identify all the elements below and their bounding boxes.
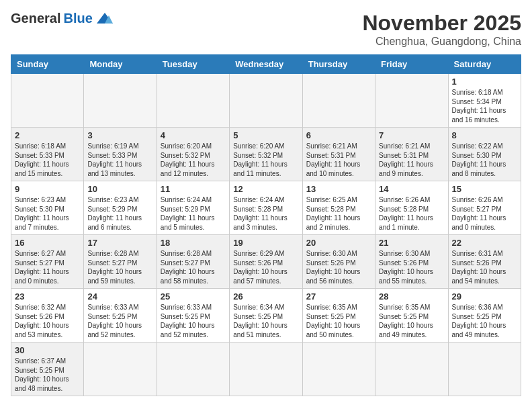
calendar-cell: 23Sunrise: 6:32 AM Sunset: 5:26 PM Dayli… [11, 289, 84, 342]
weekday-header-saturday: Saturday [448, 55, 521, 74]
day-info: Sunrise: 6:33 AM Sunset: 5:25 PM Dayligh… [161, 303, 226, 339]
title-section: November 2025 Chenghua, Guangdong, China [362, 11, 521, 48]
calendar-cell [84, 342, 157, 396]
logo-icon [95, 11, 114, 26]
day-info: Sunrise: 6:22 AM Sunset: 5:30 PM Dayligh… [452, 142, 517, 178]
day-info: Sunrise: 6:20 AM Sunset: 5:32 PM Dayligh… [161, 142, 226, 178]
day-number: 22 [452, 238, 517, 248]
calendar-cell: 18Sunrise: 6:28 AM Sunset: 5:27 PM Dayli… [157, 235, 229, 289]
day-number: 6 [306, 130, 371, 140]
calendar-week-row: 9Sunrise: 6:23 AM Sunset: 5:30 PM Daylig… [11, 181, 521, 235]
day-info: Sunrise: 6:24 AM Sunset: 5:28 PM Dayligh… [233, 195, 298, 232]
day-info: Sunrise: 6:35 AM Sunset: 5:25 PM Dayligh… [306, 303, 371, 339]
calendar-header-row: SundayMondayTuesdayWednesdayThursdayFrid… [11, 55, 521, 74]
weekday-header-tuesday: Tuesday [157, 55, 229, 74]
logo-text-general: General [11, 11, 60, 26]
calendar-cell: 3Sunrise: 6:19 AM Sunset: 5:33 PM Daylig… [84, 128, 157, 181]
day-info: Sunrise: 6:27 AM Sunset: 5:27 PM Dayligh… [15, 249, 80, 285]
day-number: 20 [306, 238, 371, 248]
calendar-table: SundayMondayTuesdayWednesdayThursdayFrid… [11, 54, 521, 396]
calendar-cell [302, 74, 375, 128]
day-number: 30 [15, 345, 80, 355]
day-number: 23 [15, 291, 80, 302]
calendar-cell: 19Sunrise: 6:29 AM Sunset: 5:26 PM Dayli… [230, 235, 302, 289]
calendar-week-row: 16Sunrise: 6:27 AM Sunset: 5:27 PM Dayli… [11, 235, 521, 289]
day-number: 25 [161, 291, 226, 302]
calendar-week-row: 2Sunrise: 6:18 AM Sunset: 5:33 PM Daylig… [11, 128, 521, 181]
calendar-cell: 11Sunrise: 6:24 AM Sunset: 5:29 PM Dayli… [157, 181, 229, 235]
calendar-cell: 25Sunrise: 6:33 AM Sunset: 5:25 PM Dayli… [157, 289, 229, 342]
calendar-cell: 21Sunrise: 6:30 AM Sunset: 5:26 PM Dayli… [375, 235, 448, 289]
day-number: 4 [161, 130, 226, 140]
calendar-week-row: 1Sunrise: 6:18 AM Sunset: 5:34 PM Daylig… [11, 74, 521, 128]
day-number: 29 [452, 291, 517, 302]
calendar-cell: 1Sunrise: 6:18 AM Sunset: 5:34 PM Daylig… [448, 74, 521, 128]
day-number: 28 [379, 291, 444, 302]
day-number: 21 [379, 238, 444, 248]
day-number: 16 [15, 238, 80, 248]
day-number: 27 [306, 291, 371, 302]
day-number: 24 [87, 291, 152, 302]
day-info: Sunrise: 6:23 AM Sunset: 5:30 PM Dayligh… [15, 195, 80, 232]
calendar-cell: 29Sunrise: 6:36 AM Sunset: 5:25 PM Dayli… [448, 289, 521, 342]
day-info: Sunrise: 6:28 AM Sunset: 5:27 PM Dayligh… [161, 249, 226, 285]
calendar-cell: 10Sunrise: 6:23 AM Sunset: 5:29 PM Dayli… [84, 181, 157, 235]
day-number: 1 [452, 77, 517, 87]
day-info: Sunrise: 6:21 AM Sunset: 5:31 PM Dayligh… [379, 142, 444, 178]
calendar-cell: 13Sunrise: 6:25 AM Sunset: 5:28 PM Dayli… [302, 181, 375, 235]
calendar-cell [230, 74, 302, 128]
day-info: Sunrise: 6:26 AM Sunset: 5:27 PM Dayligh… [452, 195, 517, 232]
calendar-cell: 15Sunrise: 6:26 AM Sunset: 5:27 PM Dayli… [448, 181, 521, 235]
calendar-cell: 22Sunrise: 6:31 AM Sunset: 5:26 PM Dayli… [448, 235, 521, 289]
weekday-header-wednesday: Wednesday [230, 55, 302, 74]
calendar-cell: 6Sunrise: 6:21 AM Sunset: 5:31 PM Daylig… [302, 128, 375, 181]
day-info: Sunrise: 6:35 AM Sunset: 5:25 PM Dayligh… [379, 303, 444, 339]
calendar-cell: 7Sunrise: 6:21 AM Sunset: 5:31 PM Daylig… [375, 128, 448, 181]
day-number: 14 [379, 184, 444, 194]
day-info: Sunrise: 6:36 AM Sunset: 5:25 PM Dayligh… [452, 303, 517, 339]
calendar-cell [11, 74, 84, 128]
day-info: Sunrise: 6:30 AM Sunset: 5:26 PM Dayligh… [306, 249, 371, 285]
day-info: Sunrise: 6:33 AM Sunset: 5:25 PM Dayligh… [87, 303, 152, 339]
day-number: 17 [87, 238, 152, 248]
calendar-week-row: 23Sunrise: 6:32 AM Sunset: 5:26 PM Dayli… [11, 289, 521, 342]
calendar-cell [84, 74, 157, 128]
day-number: 5 [233, 130, 298, 140]
day-info: Sunrise: 6:29 AM Sunset: 5:26 PM Dayligh… [233, 249, 298, 285]
day-info: Sunrise: 6:26 AM Sunset: 5:28 PM Dayligh… [379, 195, 444, 232]
calendar-cell: 20Sunrise: 6:30 AM Sunset: 5:26 PM Dayli… [302, 235, 375, 289]
calendar-cell: 27Sunrise: 6:35 AM Sunset: 5:25 PM Dayli… [302, 289, 375, 342]
calendar-cell: 9Sunrise: 6:23 AM Sunset: 5:30 PM Daylig… [11, 181, 84, 235]
weekday-header-friday: Friday [375, 55, 448, 74]
day-number: 9 [15, 184, 80, 194]
day-info: Sunrise: 6:18 AM Sunset: 5:34 PM Dayligh… [452, 88, 517, 124]
calendar-cell: 8Sunrise: 6:22 AM Sunset: 5:30 PM Daylig… [448, 128, 521, 181]
calendar-cell: 24Sunrise: 6:33 AM Sunset: 5:25 PM Dayli… [84, 289, 157, 342]
calendar-cell [375, 342, 448, 396]
calendar-cell: 28Sunrise: 6:35 AM Sunset: 5:25 PM Dayli… [375, 289, 448, 342]
day-info: Sunrise: 6:37 AM Sunset: 5:25 PM Dayligh… [15, 357, 80, 393]
calendar-cell [157, 74, 229, 128]
calendar-cell: 2Sunrise: 6:18 AM Sunset: 5:33 PM Daylig… [11, 128, 84, 181]
calendar-cell: 12Sunrise: 6:24 AM Sunset: 5:28 PM Dayli… [230, 181, 302, 235]
calendar-cell [448, 342, 521, 396]
calendar-cell: 16Sunrise: 6:27 AM Sunset: 5:27 PM Dayli… [11, 235, 84, 289]
day-number: 10 [87, 184, 152, 194]
calendar-cell: 4Sunrise: 6:20 AM Sunset: 5:32 PM Daylig… [157, 128, 229, 181]
calendar-cell: 17Sunrise: 6:28 AM Sunset: 5:27 PM Dayli… [84, 235, 157, 289]
day-number: 11 [161, 184, 226, 194]
day-number: 2 [15, 130, 80, 140]
day-number: 7 [379, 130, 444, 140]
calendar-cell [230, 342, 302, 396]
weekday-header-monday: Monday [84, 55, 157, 74]
day-number: 3 [87, 130, 152, 140]
weekday-header-thursday: Thursday [302, 55, 375, 74]
logo-text-blue: Blue [63, 11, 92, 26]
logo: General Blue [11, 11, 114, 26]
day-number: 18 [161, 238, 226, 248]
day-number: 19 [233, 238, 298, 248]
day-info: Sunrise: 6:21 AM Sunset: 5:31 PM Dayligh… [306, 142, 371, 178]
day-info: Sunrise: 6:28 AM Sunset: 5:27 PM Dayligh… [87, 249, 152, 285]
day-info: Sunrise: 6:23 AM Sunset: 5:29 PM Dayligh… [87, 195, 152, 232]
day-number: 13 [306, 184, 371, 194]
